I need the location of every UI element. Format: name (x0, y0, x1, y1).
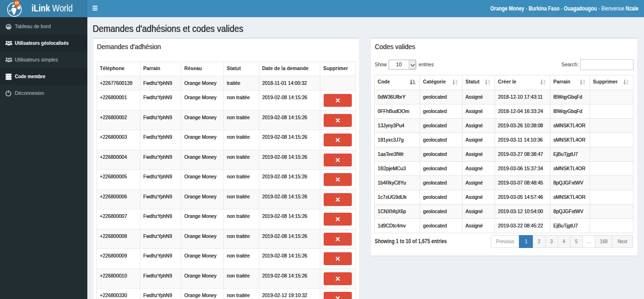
svg-text:$: $ (16, 1, 18, 5)
